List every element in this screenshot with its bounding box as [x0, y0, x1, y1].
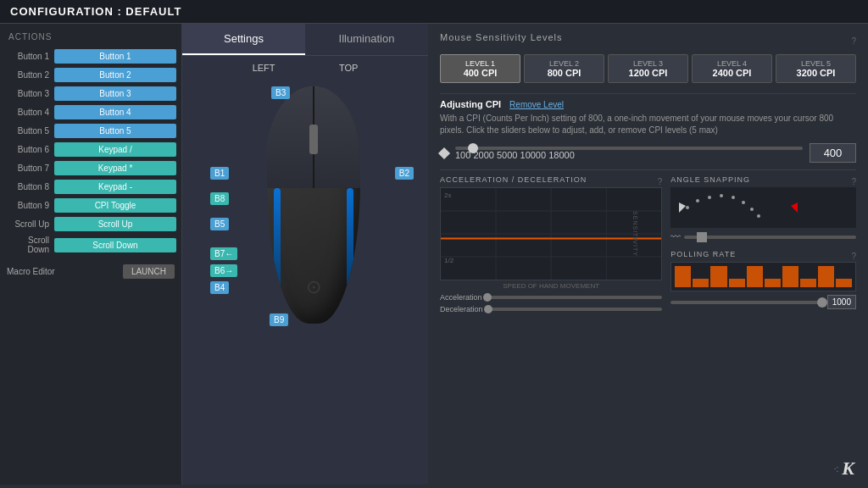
action-row-btn9: Button 9 CPI Toggle [0, 197, 181, 214]
acceleration-slider[interactable] [487, 296, 663, 299]
btn-tag-b2[interactable]: B2 [395, 167, 414, 180]
cpi-level-1[interactable]: LEVEL 1 400 CPI [440, 54, 520, 83]
cpi-level1-label: LEVEL 1 [444, 59, 516, 68]
btn-tag-b5[interactable]: B5 [210, 218, 229, 230]
btn2-action[interactable]: Button 2 [54, 68, 176, 82]
svg-point-7 [686, 206, 689, 209]
cpi-level-5[interactable]: LEVEL 5 3200 CPI [776, 54, 856, 83]
btn6-action[interactable]: Keypad / [54, 142, 176, 157]
btn3-label: Button 3 [5, 89, 54, 98]
cpi-levels-container: LEVEL 1 400 CPI LEVEL 2 800 CPI LEVEL 3 … [440, 54, 856, 83]
cpi-slider-handle[interactable] [468, 143, 478, 153]
btn9-action[interactable]: CPI Toggle [54, 198, 176, 213]
svg-marker-15 [679, 202, 686, 213]
cpi-level-2[interactable]: LEVEL 2 800 CPI [524, 54, 604, 83]
svg-point-8 [696, 199, 699, 202]
polling-rate-section: POLLING RATE ? [670, 250, 856, 309]
btn-tag-b4[interactable]: B4 [210, 281, 229, 294]
btn-tag-b8[interactable]: B8 [210, 192, 229, 205]
polling-bar-3 [710, 266, 726, 287]
right-sub-sections: ANGLE SNAPPING ? [670, 175, 856, 313]
left-view-label: LEFT [253, 63, 275, 73]
speed-label: SPEED OF HAND MOVEMENT [440, 282, 662, 290]
scrollup-action[interactable]: Scroll Up [54, 217, 176, 231]
action-row-scrollup: Scroll Up Scroll Up [0, 215, 181, 233]
angle-snapping-title: ANGLE SNAPPING [670, 175, 750, 184]
cpi-level4-value: 2400 CPI [696, 68, 768, 78]
btn5-label: Button 5 [5, 126, 54, 136]
btn4-action[interactable]: Button 4 [54, 105, 176, 119]
btn1-label: Button 1 [5, 52, 54, 61]
polling-slider-handle[interactable] [817, 297, 827, 308]
action-row-btn4: Button 4 Button 4 [0, 103, 181, 121]
wavy-icon: 〰 [670, 231, 681, 243]
polling-bar-8 [800, 279, 816, 287]
btn3-action[interactable]: Button 3 [54, 86, 176, 101]
polling-rate-help-icon[interactable]: ? [851, 252, 856, 261]
angle-snapping-canvas [670, 187, 856, 228]
app-title: CONFIGURATION : DEFAULT [10, 5, 181, 18]
action-row-btn6: Button 6 Keypad / [0, 141, 181, 158]
polling-bar-2 [693, 279, 709, 287]
btn2-label: Button 2 [5, 70, 54, 80]
scrolldown-action[interactable]: Scroll Down [54, 238, 176, 252]
cpi-level-4[interactable]: LEVEL 4 2400 CPI [692, 54, 772, 83]
polling-bar-9 [818, 266, 834, 287]
deceleration-handle[interactable] [484, 305, 492, 313]
cpi-level1-value: 400 CPI [444, 68, 516, 78]
scrollup-label: Scroll Up [5, 219, 54, 229]
cpi-slider-track[interactable] [455, 147, 803, 150]
btn1-action[interactable]: Button 1 [54, 49, 176, 64]
polling-slider[interactable] [670, 301, 821, 304]
left-panel: ACTIONS Button 1 Button 1 Button 2 Butto… [0, 24, 182, 485]
action-row-btn2: Button 2 Button 2 [0, 66, 181, 84]
ss-dots-icon: ·: [834, 464, 839, 474]
sensitivity-help-icon[interactable]: ? [851, 36, 856, 46]
cpi-level3-value: 1200 CPI [612, 68, 684, 78]
polling-bar-5 [747, 266, 763, 287]
cpi-level4-label: LEVEL 4 [696, 59, 768, 68]
accel-section: ACCELERATION / DECELERATION ? [440, 175, 662, 313]
angle-snapping-slider[interactable] [684, 236, 856, 239]
action-row-btn5: Button 5 Button 5 [0, 122, 181, 140]
btn7-action[interactable]: Keypad * [54, 161, 176, 175]
polling-bar-1 [675, 266, 691, 287]
angle-snapping-svg [670, 187, 856, 228]
center-panel: Settings Illumination LEFT TOP [182, 24, 428, 485]
tab-illumination[interactable]: Illumination [305, 24, 428, 55]
angle-snapping-help-icon[interactable]: ? [851, 177, 856, 186]
deceleration-label: Deceleration [440, 305, 483, 313]
acceleration-handle[interactable] [483, 293, 492, 302]
remove-level-link[interactable]: Remove Level [509, 100, 564, 109]
angle-snapping-handle[interactable] [697, 232, 707, 242]
accel-y-max: 2x [444, 191, 451, 199]
btn-tag-b3[interactable]: B3 [271, 86, 290, 99]
btn-tag-b9[interactable]: B9 [270, 313, 288, 326]
acceleration-slider-row: Acceleration [440, 293, 662, 302]
action-row-btn3: Button 3 Button 3 [0, 85, 181, 103]
deceleration-slider[interactable] [488, 308, 663, 311]
accel-help-icon[interactable]: ? [658, 177, 663, 186]
btn8-action[interactable]: Keypad - [54, 180, 176, 194]
accel-section-title: ACCELERATION / DECELERATION [440, 175, 587, 184]
acceleration-label: Acceleration [440, 293, 482, 302]
btn-tag-b7[interactable]: B7← [210, 247, 237, 260]
adj-cpi-title: Adjusting CPI [440, 99, 501, 109]
svg-point-12 [742, 201, 745, 204]
btn-tag-b1[interactable]: B1 [210, 167, 229, 180]
cpi-level5-value: 3200 CPI [780, 68, 852, 78]
steelseries-logo: K [842, 458, 854, 480]
btn5-action[interactable]: Button 5 [54, 124, 176, 138]
action-row-btn7: Button 7 Keypad * [0, 159, 181, 177]
cpi-level-3[interactable]: LEVEL 3 1200 CPI [608, 54, 688, 83]
launch-button[interactable]: LAUNCH [123, 264, 175, 279]
btn9-label: Button 9 [5, 201, 54, 210]
accel-y-min: 1/2 [444, 257, 453, 264]
tab-settings[interactable]: Settings [182, 24, 305, 55]
cpi-value-input[interactable]: 400 [810, 143, 856, 163]
polling-bar-10 [836, 279, 852, 287]
cpi-level2-label: LEVEL 2 [528, 59, 600, 68]
btn4-label: Button 4 [5, 108, 54, 117]
btn-tag-b6[interactable]: B6→ [210, 264, 237, 277]
cpi-diamond-icon [438, 147, 450, 158]
